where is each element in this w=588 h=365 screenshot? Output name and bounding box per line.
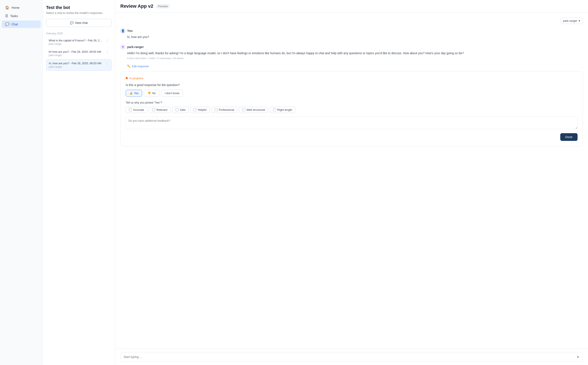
test-panel-subtitle: Select a chat to review the model's resp… — [46, 11, 111, 14]
in-progress-text: In progress — [130, 77, 143, 80]
review-header: Review App v2 Preview — [115, 0, 588, 13]
send-icon[interactable]: ➤ — [576, 355, 580, 359]
new-chat-label: New chat — [75, 21, 88, 25]
thumbs-down-icon: 👎 — [147, 91, 151, 95]
tag-safe[interactable]: Safe — [172, 107, 189, 113]
tasks-icon: ☰ — [5, 14, 8, 18]
in-progress-dot — [126, 77, 128, 79]
tag-right-length-checkbox[interactable] — [273, 108, 276, 111]
review-panel: Review App v2 Preview park-ranger ▾ 👤 Yo… — [115, 0, 588, 365]
test-panel: Test the bot Select a chat to review the… — [43, 0, 115, 365]
sidebar-item-chat[interactable]: 💬 Chat — [2, 21, 41, 28]
home-icon: 🏠 — [5, 6, 9, 10]
edit-response-button[interactable]: ✏️ Edit response — [127, 65, 149, 68]
tag-grid: Accurate Relevant Safe Helpful — [126, 107, 578, 113]
sidebar: 🏠 Home ☰ Tasks 💬 Chat — [0, 0, 43, 365]
selector-row: park-ranger ▾ — [120, 18, 583, 24]
vote-no-label: No — [152, 91, 156, 95]
edit-response-label: Edit response — [132, 65, 149, 68]
user-message-group: 👤 You hi, how are you? — [120, 28, 583, 39]
vote-yes-button[interactable]: 👍 Yes — [126, 90, 142, 97]
model-selector-label: park-ranger — [563, 19, 577, 22]
bot-message-text: Hello! I'm doing well, thanks for asking… — [127, 51, 583, 56]
vote-no-button[interactable]: 👎 No — [144, 90, 159, 97]
done-button[interactable]: Done — [560, 133, 578, 141]
tag-well-structured[interactable]: Well structured — [239, 107, 268, 113]
tag-relevant-checkbox[interactable] — [152, 108, 155, 111]
tag-relevant[interactable]: Relevant — [149, 107, 171, 113]
tag-accurate-label: Accurate — [133, 108, 144, 112]
review-title: Review App v2 — [120, 3, 153, 9]
chat-item-sub: park-ranger — [49, 65, 101, 68]
tag-well-structured-checkbox[interactable] — [242, 108, 245, 111]
vote-row: 👍 Yes 👎 No I don't know — [126, 90, 578, 97]
input-row: ➤ — [120, 352, 583, 362]
bot-message-header: ✦ park-ranger — [120, 44, 583, 49]
edit-icon: ✏️ — [127, 65, 131, 68]
bot-avatar: ✦ — [120, 44, 125, 49]
vote-dont-know-label: I don't know — [165, 91, 180, 95]
chat-item-menu-icon[interactable]: ⋮ — [105, 62, 109, 66]
tag-helpful[interactable]: Helpful — [190, 107, 209, 113]
user-message-text: hi, how are you? — [127, 35, 583, 39]
new-chat-button[interactable]: 💬 New chat — [46, 19, 111, 27]
message-meta: 0.43s to first token + 0.89s • 71 tokens… — [127, 57, 583, 60]
chat-input[interactable] — [124, 355, 576, 358]
sidebar-item-label: Chat — [12, 23, 18, 26]
chat-list-item[interactable]: What is the capital of France? - Feb 28,… — [46, 37, 111, 48]
tag-right-length[interactable]: Right length — [270, 107, 295, 113]
tag-professional[interactable]: Professional — [211, 107, 237, 113]
chat-item-menu-icon[interactable]: ⋮ — [106, 39, 109, 43]
sidebar-item-tasks[interactable]: ☰ Tasks — [2, 12, 41, 20]
vote-yes-label: Yes — [134, 91, 138, 95]
thumbs-up-icon: 👍 — [129, 91, 133, 95]
chat-item-text: hi! how are you? - Feb 28, 2025, 09:50 A… — [49, 50, 101, 53]
month-label: February 2025 — [46, 32, 111, 35]
chat-list-item[interactable]: hi! how are you? - Feb 28, 2025, 09:50 A… — [46, 48, 111, 59]
user-sender-name: You — [127, 29, 132, 32]
tag-right-length-label: Right length — [277, 108, 292, 112]
preview-badge: Preview — [156, 4, 170, 8]
tag-professional-label: Professional — [219, 108, 234, 112]
chat-area: park-ranger ▾ 👤 You hi, how are you? ✦ p… — [115, 13, 588, 349]
message-header: 👤 You — [120, 28, 583, 33]
vote-dont-know-button[interactable]: I don't know — [161, 90, 183, 97]
tag-safe-checkbox[interactable] — [176, 108, 179, 111]
sidebar-item-label: Tasks — [10, 14, 18, 18]
feedback-question: Is this a good response for the question… — [126, 83, 578, 87]
tag-well-structured-label: Well structured — [246, 108, 265, 112]
feedback-card: In progress Is this a good response for … — [120, 71, 583, 146]
sidebar-item-home[interactable]: 🏠 Home — [2, 4, 41, 11]
bot-message-group: ✦ park-ranger Hello! I'm doing well, tha… — [120, 44, 583, 59]
sidebar-item-label: Home — [12, 6, 19, 9]
chat-icon: 💬 — [5, 22, 9, 26]
in-progress-row: In progress — [126, 77, 578, 80]
tag-safe-label: Safe — [180, 108, 186, 112]
new-chat-icon: 💬 — [70, 21, 74, 25]
chevron-down-icon: ▾ — [579, 19, 580, 22]
chat-item-text: What is the capital of France? - Feb 28,… — [49, 39, 102, 42]
chat-item-sub: park-ranger — [49, 42, 102, 45]
main-content: Test the bot Select a chat to review the… — [43, 0, 588, 365]
tell-us-text: Tell us why you picked "Yes"? — [126, 101, 578, 104]
tag-accurate-checkbox[interactable] — [129, 108, 132, 111]
done-row: Done — [126, 133, 578, 141]
tag-helpful-checkbox[interactable] — [194, 108, 196, 111]
tag-accurate[interactable]: Accurate — [126, 107, 147, 113]
chat-item-text: hi, how are you? - Feb 28, 2025, 08:53 A… — [49, 62, 101, 65]
tag-helpful-label: Helpful — [198, 108, 206, 112]
feedback-textarea[interactable] — [126, 116, 578, 129]
bot-sender-name: park-ranger — [127, 45, 144, 49]
model-selector-button[interactable]: park-ranger ▾ — [560, 18, 583, 24]
chat-item-menu-icon[interactable]: ⋮ — [106, 50, 109, 54]
chat-list-item-active[interactable]: hi, how are you? - Feb 28, 2025, 08:53 A… — [46, 59, 111, 71]
chat-item-sub: park-ranger — [49, 54, 101, 57]
tag-relevant-label: Relevant — [156, 108, 167, 112]
input-area: ➤ — [115, 349, 588, 365]
user-avatar: 👤 — [120, 28, 125, 33]
tag-professional-checkbox[interactable] — [215, 108, 218, 111]
test-panel-title: Test the bot — [46, 5, 111, 10]
